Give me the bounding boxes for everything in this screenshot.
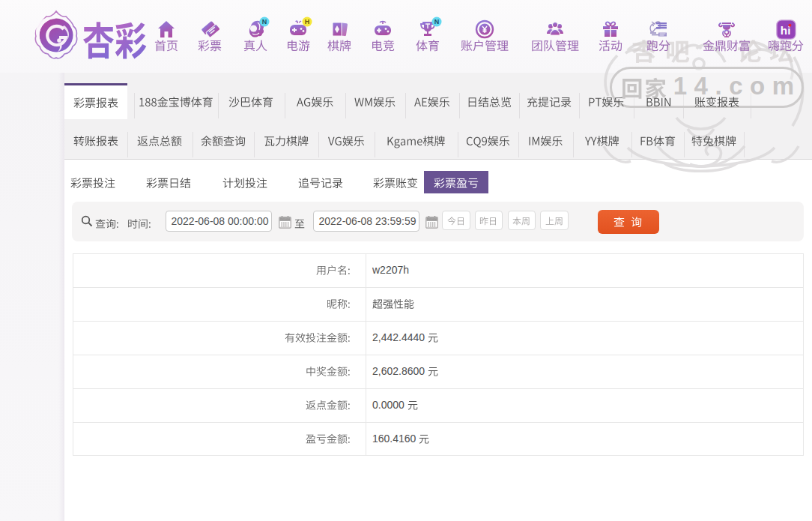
- svg-text:N: N: [434, 18, 440, 25]
- svg-text:N: N: [262, 18, 267, 25]
- svg-text:H: H: [305, 18, 310, 25]
